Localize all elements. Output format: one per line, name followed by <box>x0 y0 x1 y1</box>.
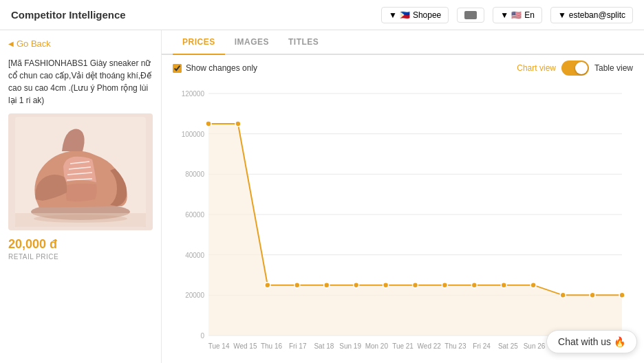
shopee-selector[interactable]: ▼ 🇵🇭 Shopee <box>381 7 449 23</box>
svg-point-26 <box>324 283 330 288</box>
view-toggle-switch[interactable] <box>561 60 589 76</box>
svg-text:80000: 80000 <box>185 170 204 178</box>
tab-bar: PRICES IMAGES TITLES <box>162 30 644 55</box>
dropdown-icon: ▼ <box>500 10 508 20</box>
svg-text:100000: 100000 <box>182 131 205 138</box>
email-button[interactable] <box>457 8 484 23</box>
svg-text:0: 0 <box>200 332 204 340</box>
svg-point-34 <box>560 292 566 298</box>
x-label: Mon 20 <box>363 342 389 350</box>
header: Competitor Intelligence ▼ 🇵🇭 Shopee ▼ 🇺🇸… <box>0 0 644 30</box>
price-chart: 020000400006000080000100000120000 <box>173 84 633 342</box>
svg-point-25 <box>294 283 300 288</box>
show-changes-row: Show changes only <box>173 63 257 73</box>
x-label: Wed 22 <box>416 342 442 350</box>
chat-label: Chat with us 🔥 <box>558 336 625 347</box>
chart-view-label: Chart view <box>517 63 556 73</box>
svg-point-29 <box>413 283 418 288</box>
app-title: Competitor Intelligence <box>11 9 126 21</box>
svg-point-22 <box>206 121 211 126</box>
x-label: Sun 19 <box>337 342 363 350</box>
x-label: Fri 24 <box>469 342 495 350</box>
x-label: Sun 26 <box>521 342 547 350</box>
x-label: Sat 25 <box>495 342 521 350</box>
tab-prices[interactable]: PRICES <box>173 30 225 55</box>
main-layout: Go Back [Mã FASHIONHABS1 Giày sneaker nữ… <box>0 30 644 363</box>
go-back-button[interactable]: Go Back <box>8 38 153 49</box>
dropdown-icon: ▼ <box>389 10 397 20</box>
tab-titles[interactable]: TITLES <box>279 30 328 55</box>
svg-rect-7 <box>15 213 146 227</box>
language-label: En <box>524 10 535 20</box>
svg-point-23 <box>235 121 241 126</box>
toggle-knob <box>575 62 588 74</box>
controls-row: Show changes only Chart view Table view <box>162 55 644 81</box>
x-label: Fri 17 <box>285 342 311 350</box>
user-label: esteban@splitc <box>569 10 625 20</box>
table-view-label: Table view <box>594 63 633 73</box>
x-label: Thu 16 <box>258 342 284 350</box>
show-changes-checkbox[interactable] <box>173 64 182 73</box>
svg-text:120000: 120000 <box>182 90 205 98</box>
tab-images[interactable]: IMAGES <box>225 30 279 55</box>
svg-point-36 <box>619 292 625 298</box>
svg-point-33 <box>530 283 536 288</box>
retail-price-label: RETAIL PRICE <box>8 253 153 261</box>
email-icon <box>464 11 477 19</box>
product-price: 20,000 đ <box>8 237 153 252</box>
shopee-label: Shopee <box>413 10 441 20</box>
chat-button[interactable]: Chat with us 🔥 <box>546 330 637 353</box>
ph-flag-icon: 🇵🇭 <box>400 10 410 20</box>
svg-point-24 <box>265 283 270 288</box>
x-label: Sat 18 <box>311 342 337 350</box>
svg-point-32 <box>501 283 506 288</box>
product-title: [Mã FASHIONHABS1 Giày sneaker nữ cổ chun… <box>8 57 153 107</box>
dropdown-icon: ▼ <box>558 10 566 20</box>
product-image <box>8 113 153 230</box>
x-label: Wed 15 <box>232 342 258 350</box>
svg-point-35 <box>590 292 595 298</box>
x-label: Thu 23 <box>442 342 469 350</box>
svg-point-27 <box>354 283 359 288</box>
svg-point-30 <box>442 283 447 288</box>
show-changes-label: Show changes only <box>186 63 257 73</box>
chart-container: 020000400006000080000100000120000 Tue 14… <box>162 81 644 363</box>
x-label: Tue 14 <box>206 342 232 350</box>
en-flag-icon: 🇺🇸 <box>511 10 522 20</box>
svg-text:20000: 20000 <box>185 292 204 299</box>
language-selector[interactable]: ▼ 🇺🇸 En <box>493 7 542 23</box>
view-toggle: Chart view Table view <box>517 60 633 76</box>
svg-point-31 <box>471 283 477 288</box>
product-image-svg <box>15 117 146 227</box>
svg-text:60000: 60000 <box>185 211 204 219</box>
header-controls: ▼ 🇵🇭 Shopee ▼ 🇺🇸 En ▼ esteban@splitc <box>381 7 633 23</box>
svg-point-28 <box>383 283 389 288</box>
user-menu[interactable]: ▼ esteban@splitc <box>550 7 633 23</box>
content-area: PRICES IMAGES TITLES Show changes only C… <box>162 30 644 363</box>
sidebar: Go Back [Mã FASHIONHABS1 Giày sneaker nữ… <box>0 30 162 363</box>
x-label: Tue 21 <box>389 342 416 350</box>
svg-text:40000: 40000 <box>185 252 204 259</box>
